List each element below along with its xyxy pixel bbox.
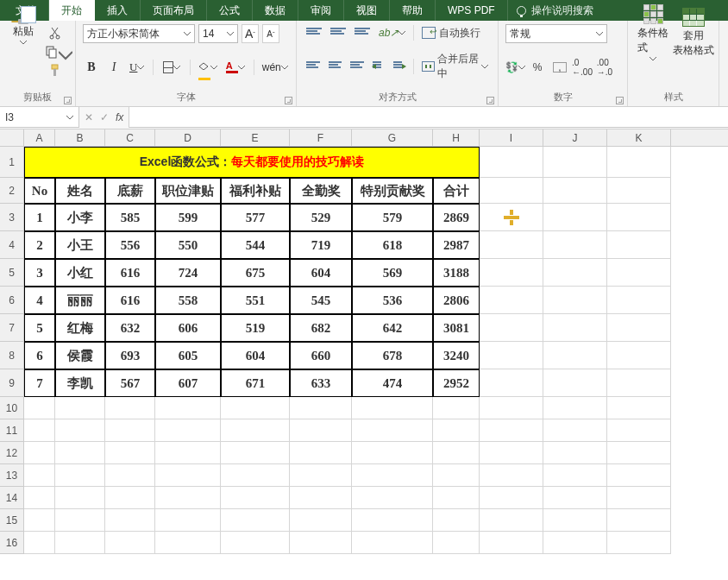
cell[interactable]: 2952 [433,369,480,397]
cell[interactable]: 福利补贴 [221,178,290,204]
row-header[interactable]: 5 [0,259,24,287]
cell[interactable] [352,442,433,464]
cell[interactable]: 2869 [433,204,480,231]
tab-formula[interactable]: 公式 [207,0,253,21]
cell[interactable] [433,419,480,442]
col-header[interactable]: A [24,129,55,146]
cell[interactable]: 6 [24,342,55,369]
orientation-button[interactable]: ab↗ [376,24,408,41]
cell[interactable]: 2987 [433,231,480,259]
cell[interactable]: 底薪 [105,178,155,204]
cell[interactable] [290,419,352,442]
row-header[interactable]: 11 [0,419,24,442]
cell[interactable] [433,397,480,419]
number-format-select[interactable]: 常规 [505,24,607,43]
cell[interactable]: 4 [24,287,55,314]
font-family-select[interactable]: 方正小标宋简体 [83,24,195,43]
cell[interactable] [221,487,290,509]
row-header[interactable]: 10 [0,397,24,419]
tab-data[interactable]: 数据 [253,0,298,21]
align-middle-button[interactable] [328,24,348,41]
tell-me-search[interactable]: 操作说明搜索 [508,0,602,21]
cell[interactable] [155,397,221,419]
col-header[interactable]: H [433,129,480,146]
cut-button[interactable] [42,24,68,41]
row-header[interactable]: 12 [0,442,24,464]
col-header[interactable]: K [607,129,671,146]
cell[interactable] [352,487,433,509]
increase-decimal-button[interactable]: .0←.00 [573,59,592,76]
cell[interactable]: 660 [290,342,352,369]
cell[interactable] [543,442,607,464]
cell[interactable]: 693 [105,342,155,369]
spreadsheet-grid[interactable]: A B C D E F G H I J K 1Excel函数公式：每天都要使用的… [0,129,728,554]
row-header[interactable]: 4 [0,231,24,259]
cell[interactable] [221,419,290,442]
cell[interactable]: 2 [24,231,55,259]
cell[interactable] [433,464,480,487]
row-header[interactable]: 2 [0,178,24,204]
merge-center-button[interactable]: 合并后居中 [419,58,491,75]
cell[interactable] [480,314,543,342]
underline-button[interactable]: U [128,59,146,76]
cell[interactable] [607,287,671,314]
cell[interactable]: 719 [290,231,352,259]
col-header[interactable]: C [105,129,155,146]
cell[interactable]: 1 [24,204,55,231]
cell[interactable]: 550 [155,231,221,259]
cell[interactable] [352,464,433,487]
cell[interactable] [480,231,543,259]
cell[interactable] [543,314,607,342]
cell[interactable]: 567 [105,369,155,397]
align-top-button[interactable] [304,24,324,41]
cell[interactable]: 607 [155,369,221,397]
cell[interactable] [290,442,352,464]
conditional-format-button[interactable]: 条件格式 [635,24,672,41]
cell[interactable]: 红梅 [55,314,105,342]
phonetic-button[interactable]: wén [260,59,289,76]
row-header[interactable]: 1 [0,147,24,178]
cell[interactable] [105,397,155,419]
cell[interactable] [543,342,607,369]
cell[interactable] [607,532,671,554]
row-header[interactable]: 7 [0,314,24,342]
cell[interactable] [105,442,155,464]
cell[interactable] [290,487,352,509]
dialog-launcher-icon[interactable] [616,97,624,104]
cell[interactable] [55,419,105,442]
tab-wpspdf[interactable]: WPS PDF [436,0,508,21]
col-header[interactable]: F [290,129,352,146]
cell[interactable]: No [24,178,55,204]
cell[interactable] [480,204,543,231]
cancel-icon[interactable]: ✕ [85,111,93,123]
cell[interactable] [24,509,55,532]
cell[interactable] [352,419,433,442]
row-header[interactable]: 14 [0,487,24,509]
cell[interactable] [105,487,155,509]
fill-color-button[interactable] [198,59,219,76]
cell[interactable] [607,419,671,442]
cell[interactable]: 3081 [433,314,480,342]
cell[interactable] [607,259,671,287]
cell[interactable]: 2806 [433,287,480,314]
cell[interactable] [543,532,607,554]
cell[interactable] [105,532,155,554]
row-header[interactable]: 16 [0,532,24,554]
copy-button[interactable] [42,43,68,60]
row-header[interactable]: 6 [0,287,24,314]
cell[interactable]: 551 [221,287,290,314]
cell[interactable] [55,442,105,464]
name-box[interactable]: I3 [0,107,79,128]
dialog-launcher-icon[interactable] [486,97,494,104]
comma-button[interactable]: , [550,59,569,76]
cell[interactable] [352,532,433,554]
cell[interactable] [607,442,671,464]
cell[interactable] [24,487,55,509]
cell[interactable]: 605 [155,342,221,369]
font-color-button[interactable]: A [224,59,246,76]
cell[interactable]: 556 [105,231,155,259]
cell[interactable] [543,178,607,204]
col-header[interactable]: D [155,129,221,146]
col-header[interactable]: J [543,129,607,146]
cell[interactable] [543,147,607,178]
